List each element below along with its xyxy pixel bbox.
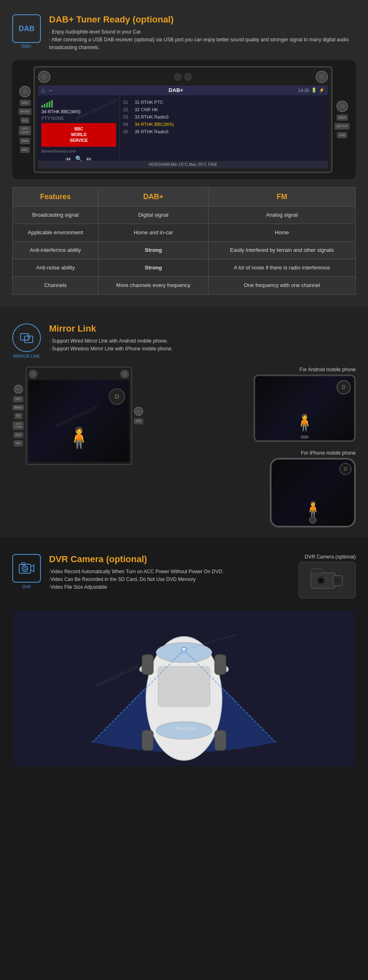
dvr-camera-image [298, 562, 356, 599]
android-phone-group: For Android mobile phone 🧍 D [149, 367, 356, 442]
channel-item-1[interactable]: 01 31 RTHK PTC [123, 99, 325, 106]
dvr-camera-product-wrapper: DVR Camera (optional) [298, 554, 356, 599]
row1-feature: Broadcasting signal [13, 206, 99, 224]
row3-feature: Anti-interfernce ability [13, 241, 99, 259]
svg-point-4 [24, 567, 26, 570]
band-btn-2[interactable]: BAND [12, 405, 24, 410]
channel-item-5[interactable]: 05 35 RTHK Radio5 [123, 128, 325, 135]
eq-btn-2[interactable]: EQ [14, 413, 22, 419]
iphone-hud: D [339, 463, 352, 475]
svg-rect-22 [142, 730, 153, 750]
svg-rect-23 [215, 730, 226, 750]
sig-bar-3 [46, 103, 48, 108]
game-character: 🧍 [66, 426, 92, 450]
mirror-icon-label: MIRROR LINK [13, 354, 40, 359]
svg-point-3 [22, 566, 28, 572]
vol-knob[interactable] [19, 86, 31, 97]
sig-bar-4 [49, 101, 50, 108]
home-icon[interactable]: ⌂ [41, 87, 45, 94]
src-btn-2[interactable]: SRC [13, 396, 23, 402]
table-row: Anti-interfernce ability Strong Easily i… [13, 241, 356, 259]
screen-top-bar: ⌂ ← DAB+ 14:35 🔋 ⚡ [38, 85, 328, 95]
col-features: Features [13, 187, 99, 206]
ras-btn-2[interactable]: RAS [13, 432, 23, 438]
dab-feature-text: DAB+ Tuner Ready (optional) · Enjoy Audi… [49, 14, 356, 52]
dab-icon: DAB [12, 14, 41, 43]
svg-text:View Angle: View Angle [174, 725, 196, 730]
ras-btn[interactable]: RAS [20, 138, 30, 144]
gps-btn-2[interactable]: GPSCARD [13, 422, 24, 430]
dvr-car-view: www.witson.com [12, 611, 356, 766]
band-btn[interactable]: BAND [18, 108, 31, 115]
row5-feature: Channels [13, 277, 99, 294]
row4-feature: Anti-noise ability [13, 259, 99, 277]
tun-knob[interactable] [337, 101, 348, 112]
svg-rect-21 [215, 654, 226, 674]
usb-icon: ⚡ [319, 87, 325, 93]
android-phone-mockup: 🧍 D [254, 375, 356, 442]
screen-right-panel: 01 31 RTHK PTC 02 32 CNR HK 03 33 RTHK R… [120, 95, 328, 161]
iphone-game-char: 🧍 [304, 500, 322, 518]
mirror-car-screen: 🧍 D [29, 380, 129, 462]
row4-dab: Strong [99, 259, 209, 277]
dvr-camera-label: DVR Camera (optional) [298, 554, 356, 560]
table-row: Applicable environment Home and in-car H… [13, 224, 356, 241]
btn-1[interactable] [174, 73, 182, 81]
playback-controls: ⏮ 🔍 ⏭ [41, 153, 116, 164]
dvr-feature-text: DVR Camera (optional) ·Video Record Auto… [49, 554, 224, 592]
row2-feature: Applicable environment [13, 224, 99, 241]
comparison-table-section: Features DAB+ FM Broadcasting signal Dig… [0, 179, 368, 307]
channel-item-4[interactable]: 04 34 RTHK BBC(WS) [123, 121, 325, 128]
dab-desc2: · After connecting a USB DAB receiver (o… [49, 36, 356, 52]
mic-btn-2[interactable]: MIC [13, 440, 23, 446]
tun-knob-2[interactable] [134, 407, 143, 416]
btn-2[interactable] [184, 73, 192, 81]
dvr-camera-svg [18, 562, 35, 575]
row4-fm: A lot of nosie if there is radio interfe… [208, 259, 355, 277]
mirror-content: SRC BAND EQ GPSCARD RAS MIC [12, 367, 356, 527]
row2-dab: Home and in-car [99, 224, 209, 241]
android-hud: D [337, 380, 351, 395]
mirror-svg [19, 330, 34, 345]
dim-btn[interactable]: DIM [337, 132, 347, 139]
gps-btn[interactable]: GPSCARD [19, 126, 31, 135]
iphone-home-btn[interactable] [309, 516, 316, 524]
bbc-logo: BBC WORLD SERVICE [41, 123, 116, 147]
right-dial[interactable] [316, 71, 328, 83]
src-btn[interactable]: SRC [20, 100, 31, 106]
car-left-dial-2[interactable] [29, 370, 38, 379]
iphone-mockup: 🧍 D [270, 458, 356, 527]
screen-content: 34 RTHK BBC(WS) PTY:NONE BBC WORLD SERVI… [38, 95, 328, 161]
setup-btn[interactable]: SETUP [334, 123, 350, 130]
table-row: Channels More channels every frequency O… [13, 277, 356, 294]
dvr-desc1: ·Video Record Automatically When Turn on… [49, 568, 224, 576]
search-icon[interactable]: 🔍 [75, 155, 82, 162]
navi-btn[interactable]: NAVI [337, 114, 348, 121]
mirror-car-unit: SRC BAND EQ GPSCARD RAS MIC [12, 367, 143, 465]
back-icon[interactable]: ← [48, 87, 54, 94]
screen-time-value: 14:35 [298, 88, 310, 93]
vol-knob-2[interactable] [14, 385, 23, 394]
svg-rect-17 [158, 666, 210, 706]
android-home-btn[interactable] [301, 435, 309, 439]
row3-dab: Strong [99, 241, 209, 259]
phones-column: For Android mobile phone 🧍 D For iPhone … [149, 367, 356, 527]
car-right-dial-2[interactable] [120, 370, 129, 379]
prev-icon[interactable]: ⏮ [65, 155, 71, 162]
svg-rect-20 [142, 654, 153, 674]
mirror-feature-text: Mirror Link · Support Wired Mirror Link … [49, 323, 173, 353]
dvr-camera-product-svg [307, 567, 348, 593]
sig-bar-2 [44, 104, 45, 108]
dim-btn-2[interactable]: DIM [134, 418, 143, 424]
next-icon[interactable]: ⏭ [86, 155, 92, 162]
station-main: 34 RTHK BBC(WS) [41, 109, 116, 114]
channel-list: 01 31 RTHK PTC 02 32 CNR HK 03 33 RTHK R… [123, 99, 325, 135]
mic-btn[interactable]: MIC [20, 147, 30, 153]
eq-btn[interactable]: EQ [20, 117, 29, 124]
row5-dab: More channels every frequency [99, 277, 209, 294]
channel-item-2[interactable]: 02 32 CNR HK [123, 106, 325, 113]
left-dial[interactable] [38, 71, 50, 83]
mirror-icon-wrapper: MIRROR LINK [12, 323, 41, 359]
channel-item-3[interactable]: 03 33 RTHK Radio3 [123, 113, 325, 121]
svg-point-9 [319, 579, 323, 582]
